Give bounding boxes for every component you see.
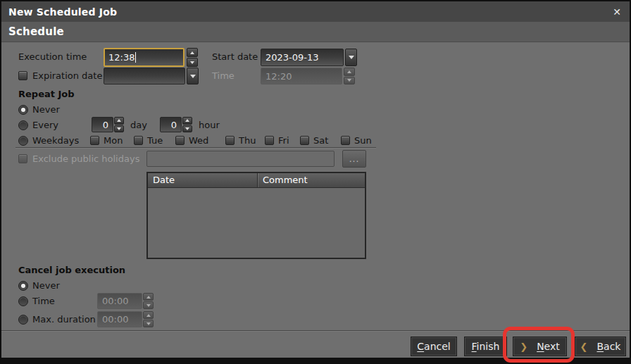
- weekday-fri-label[interactable]: Fri: [278, 135, 289, 146]
- time-stepper: [344, 68, 355, 84]
- max-duration-input: 00:00: [97, 311, 142, 327]
- spinner-up-icon[interactable]: [187, 48, 198, 57]
- expiration-date-label: Expiration date: [32, 68, 102, 84]
- spinner-up-icon: [143, 293, 154, 301]
- spinner-down-icon: [143, 320, 154, 327]
- next-button[interactable]: ❯ Next: [513, 337, 567, 356]
- every-hour-stepper: [182, 117, 192, 132]
- expiration-date-input[interactable]: [104, 68, 185, 84]
- section-header: Schedule: [1, 22, 630, 42]
- cancel-never-label[interactable]: Never: [32, 280, 60, 291]
- repeat-every-label[interactable]: Every: [32, 120, 58, 130]
- back-button[interactable]: ❮ Back: [575, 337, 626, 356]
- finish-button[interactable]: Finish: [464, 337, 507, 356]
- window-title: New Scheduled Job: [8, 6, 613, 18]
- every-day-stepper: [114, 117, 124, 132]
- window-bottom-edge: [1, 358, 630, 363]
- exclude-holidays-input: [146, 151, 335, 167]
- weekday-wed-checkbox[interactable]: [175, 136, 185, 145]
- time-label: Time: [212, 68, 235, 84]
- spinner-up-icon[interactable]: [182, 117, 192, 125]
- title-bar: New Scheduled Job ✕: [1, 1, 630, 22]
- dialog-new-scheduled-job: New Scheduled Job ✕ Schedule Execution t…: [0, 0, 631, 364]
- time-input: 12:20: [261, 68, 342, 84]
- max-duration-radio[interactable]: [18, 315, 28, 325]
- spinner-up-icon: [143, 311, 154, 319]
- holiday-table-body[interactable]: [148, 188, 365, 258]
- day-unit-label: day: [130, 120, 147, 130]
- section-title: Schedule: [8, 25, 64, 38]
- repeat-every-radio[interactable]: [18, 120, 28, 130]
- spinner-down-icon[interactable]: [187, 58, 198, 67]
- spinner-up-icon[interactable]: [114, 117, 124, 125]
- spinner-down-icon: [143, 301, 154, 309]
- start-date-value: 2023-09-13: [265, 52, 319, 63]
- max-duration-value: 00:00: [102, 314, 128, 325]
- repeat-never-radio[interactable]: [18, 105, 28, 115]
- weekday-tue-checkbox[interactable]: [134, 136, 143, 145]
- close-icon[interactable]: ✕: [613, 7, 621, 17]
- spinner-down-icon: [344, 77, 355, 85]
- exclude-holidays-label: Exclude public holidays: [32, 151, 139, 167]
- weekday-mon-checkbox[interactable]: [90, 136, 99, 145]
- section-separator: [15, 147, 376, 149]
- every-day-value: 0: [103, 120, 108, 130]
- button-bar-separator: [1, 330, 630, 332]
- start-date-label: Start date: [212, 48, 258, 66]
- chevron-right-icon: ❯: [520, 341, 527, 352]
- cancel-button[interactable]: Cancel: [411, 337, 457, 356]
- cancel-time-value: 00:00: [102, 296, 128, 306]
- weekday-sat-label[interactable]: Sat: [313, 135, 328, 146]
- time-value: 12:20: [265, 71, 292, 82]
- spinner-down-icon[interactable]: [182, 125, 192, 133]
- start-date-input[interactable]: 2023-09-13: [261, 49, 344, 66]
- cancel-time-input: 00:00: [97, 293, 142, 309]
- max-duration-label[interactable]: Max. duration: [32, 314, 96, 325]
- spinner-down-icon[interactable]: [114, 125, 124, 133]
- weekday-sat-checkbox[interactable]: [300, 136, 309, 145]
- hour-unit-label: hour: [199, 120, 220, 130]
- weekday-sun-label[interactable]: Sun: [354, 135, 372, 146]
- chevron-left-icon: ❮: [580, 341, 588, 352]
- holiday-table-header: Date Comment: [148, 173, 365, 188]
- execution-time-stepper: [187, 48, 198, 67]
- spinner-up-icon: [344, 68, 355, 76]
- weekday-mon-label[interactable]: Mon: [104, 135, 123, 146]
- repeat-weekdays-label[interactable]: Weekdays: [32, 135, 79, 146]
- dropdown-arrow-icon: [349, 56, 354, 59]
- browse-holidays-button: ...: [342, 150, 366, 168]
- column-header-comment[interactable]: Comment: [258, 173, 365, 187]
- holiday-table: Date Comment: [146, 172, 366, 259]
- max-duration-stepper: [143, 311, 154, 327]
- cancel-time-radio[interactable]: [18, 296, 28, 306]
- weekday-tue-label[interactable]: Tue: [147, 135, 163, 146]
- execution-time-value: 12:38: [108, 52, 135, 63]
- every-hour-input[interactable]: 0: [160, 117, 182, 132]
- execution-time-input[interactable]: 12:38: [104, 48, 185, 67]
- repeat-job-title: Repeat Job: [18, 89, 75, 99]
- cancel-exec-title: Cancel job execution: [18, 265, 125, 275]
- repeat-weekdays-radio[interactable]: [18, 136, 28, 146]
- weekday-sun-checkbox[interactable]: [341, 136, 350, 145]
- dropdown-arrow-icon: [190, 75, 196, 78]
- repeat-never-label[interactable]: Never: [32, 104, 60, 115]
- every-day-input[interactable]: 0: [92, 117, 113, 132]
- weekday-thu-label[interactable]: Thu: [239, 135, 256, 146]
- column-header-date[interactable]: Date: [148, 173, 258, 187]
- cancel-time-label[interactable]: Time: [32, 296, 55, 306]
- weekday-thu-checkbox[interactable]: [225, 136, 235, 145]
- exclude-holidays-checkbox: [18, 154, 27, 163]
- every-hour-value: 0: [171, 120, 177, 130]
- weekday-fri-checkbox[interactable]: [265, 136, 274, 145]
- expiration-date-dropdown-button[interactable]: [187, 68, 199, 84]
- weekday-wed-label[interactable]: Wed: [189, 135, 208, 146]
- execution-time-label: Execution time: [18, 48, 87, 66]
- text-caret: [135, 52, 136, 63]
- cancel-time-stepper: [143, 293, 154, 309]
- start-date-dropdown-button[interactable]: [345, 49, 357, 66]
- cancel-never-radio[interactable]: [18, 281, 28, 291]
- expiration-date-checkbox[interactable]: [18, 71, 27, 80]
